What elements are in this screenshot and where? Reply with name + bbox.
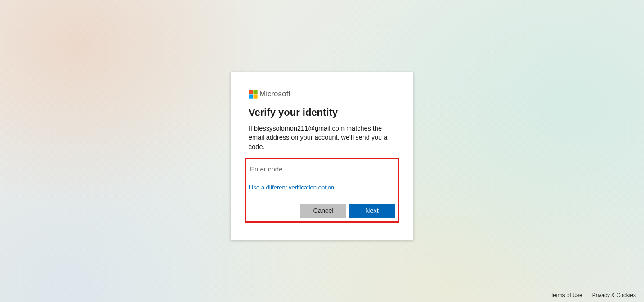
code-input[interactable] — [249, 163, 395, 175]
instruction-text: If blessysolomon211@gmail.com matches th… — [249, 124, 395, 151]
terms-of-use-link[interactable]: Terms of Use — [550, 292, 582, 298]
svg-rect-2 — [249, 94, 253, 98]
different-verification-link[interactable]: Use a different verification option — [249, 184, 334, 191]
footer-links: Terms of Use Privacy & Cookies — [550, 292, 636, 298]
verify-identity-card: Microsoft Verify your identity If blessy… — [231, 72, 413, 240]
microsoft-logo-icon — [249, 90, 258, 99]
button-row: Cancel Next — [249, 204, 395, 218]
svg-rect-1 — [253, 90, 257, 94]
svg-rect-3 — [253, 94, 257, 98]
next-button[interactable]: Next — [349, 204, 395, 218]
page-background: Microsoft Verify your identity If blessy… — [0, 0, 644, 302]
highlighted-region: Use a different verification option Canc… — [245, 158, 399, 223]
brand-name: Microsoft — [259, 90, 290, 99]
cancel-button[interactable]: Cancel — [300, 204, 346, 218]
svg-rect-0 — [249, 90, 253, 94]
page-title: Verify your identity — [249, 107, 395, 118]
privacy-cookies-link[interactable]: Privacy & Cookies — [592, 292, 636, 298]
brand-row: Microsoft — [249, 90, 395, 99]
